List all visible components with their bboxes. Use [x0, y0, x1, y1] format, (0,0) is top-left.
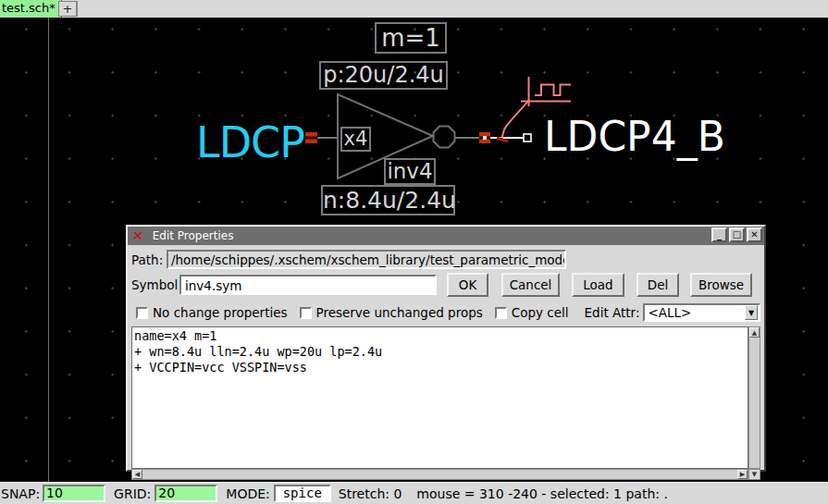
new-tab-button[interactable]: + [58, 1, 78, 17]
preserve-unchanged-props-checkbox[interactable] [300, 307, 312, 319]
properties-textarea[interactable]: name=x4 m=1 + wn=8.4u lln=2.4u wp=20u lp… [131, 326, 748, 469]
no-change-properties-checkbox[interactable] [136, 307, 148, 319]
preserve-unchanged-props-label: Preserve unchanged props [316, 305, 483, 320]
load-button[interactable]: Load [572, 273, 624, 297]
scroll-up-icon[interactable]: ▲ [749, 327, 760, 338]
tab-test-sch[interactable]: test.sch* [0, 0, 62, 18]
dialog-title: Edit Properties [153, 229, 234, 242]
stretch-status: Stretch: 0 [339, 486, 402, 501]
symbol-label: Symbol [131, 277, 179, 292]
net-endpoint-square[interactable] [524, 134, 531, 141]
inverter-bubble[interactable] [434, 127, 455, 148]
symbol-field[interactable]: inv4.sym [179, 275, 437, 295]
grid-label: GRID: [114, 486, 151, 501]
tab-label: test.sch* [2, 1, 56, 15]
gate-size-label[interactable]: x4 [340, 127, 371, 152]
del-button[interactable]: Del [636, 273, 679, 297]
output-net-label[interactable]: LDCP4_B [544, 113, 725, 160]
scroll-down-icon[interactable]: ▼ [748, 469, 760, 480]
horizontal-scrollbar[interactable]: ◀ ▶ [131, 469, 748, 480]
path-label: Path: [131, 252, 167, 267]
scroll-left-icon[interactable]: ◀ [132, 470, 142, 479]
xschem-logo-icon: ✕ [131, 229, 144, 242]
vertical-scrollbar[interactable]: ▲ [748, 326, 760, 469]
pin-contact-dot [483, 136, 487, 140]
path-field[interactable]: /home/schippes/.xschem/xschem_library/te… [167, 250, 566, 269]
nmos-size-label[interactable]: n:8.4u/2.4u [321, 185, 455, 215]
symbol-name-label[interactable]: inv4 [384, 158, 436, 185]
pmos-size-label[interactable]: p:20u/2.4u [319, 61, 448, 90]
copy-cell-label: Copy cell [512, 305, 569, 320]
input-net-label[interactable]: LDCP [196, 117, 304, 167]
snap-input[interactable]: 10 [43, 485, 105, 502]
edit-attr-label: Edit Attr: [585, 305, 640, 320]
cancel-button[interactable]: Cancel [501, 273, 560, 297]
maximize-button[interactable]: □ [729, 227, 745, 242]
copy-cell-checkbox[interactable] [495, 307, 507, 319]
edit-attr-select[interactable]: <ALL> ▼ [643, 303, 760, 322]
browse-button[interactable]: Browse [690, 273, 752, 297]
chevron-down-icon: ▼ [745, 305, 758, 320]
mode-label: MODE: [226, 486, 269, 501]
mouse-status: mouse = 310 -240 - selected: 1 path: . [416, 486, 668, 501]
no-change-properties-label: No change properties [153, 305, 288, 320]
edit-attr-value: <ALL> [645, 305, 745, 320]
scroll-right-icon[interactable]: ▶ [737, 470, 748, 479]
ok-button[interactable]: OK [447, 273, 488, 297]
status-bar: SNAP: 10 GRID: 20 MODE: spice Stretch: 0… [0, 482, 828, 504]
tab-bar: test.sch* + [0, 0, 828, 18]
close-button[interactable]: ✕ [747, 227, 762, 242]
m-parameter-label[interactable]: m=1 [375, 22, 447, 54]
grid-input[interactable]: 20 [154, 485, 217, 502]
minimize-button[interactable]: _ [711, 227, 727, 242]
snap-label: SNAP: [1, 486, 40, 501]
dialog-titlebar[interactable]: ✕ Edit Properties _ □ ✕ [128, 227, 764, 245]
properties-text: name=x4 m=1 + wn=8.4u lln=2.4u wp=20u lp… [132, 327, 748, 376]
mode-input[interactable]: spice [274, 485, 331, 502]
waveform-glyph [535, 85, 571, 96]
edit-properties-dialog: ✕ Edit Properties _ □ ✕ Path: /home/schi… [126, 225, 766, 472]
